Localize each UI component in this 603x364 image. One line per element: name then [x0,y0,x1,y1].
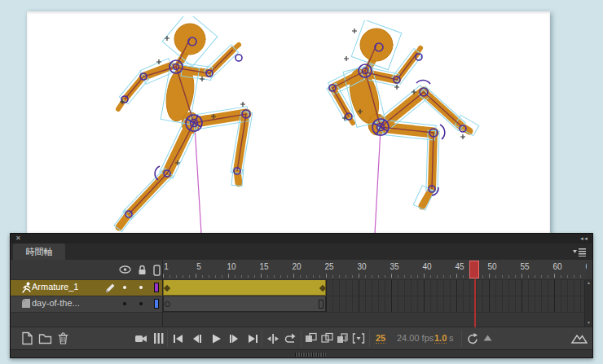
ruler-label: 50 [487,262,496,271]
column-divider[interactable] [162,260,163,327]
goto-first-frame-button[interactable] [171,331,185,345]
reset-timeline-zoom-button[interactable] [465,331,480,346]
frame-ruler[interactable]: 15101520253035404550556065 [163,260,587,279]
panel-menu-icon[interactable] [573,248,586,257]
scroll-down-icon[interactable]: ▼ [585,319,592,327]
loop-playback-button[interactable] [284,331,298,345]
layer-name: day-of-the... [32,298,80,308]
layer-header [11,260,163,279]
layer-row-armature[interactable]: Armature_1 [11,279,163,296]
frames-row-armature[interactable] [163,279,584,296]
outline-color-icon[interactable] [153,265,161,276]
ruler-label: 30 [357,262,366,271]
ruler-label: 20 [292,262,301,271]
ruler-label: 15 [259,262,268,271]
camera-button[interactable] [134,331,148,345]
figure-body-right[interactable] [332,29,469,206]
frames-row-symbol[interactable] [163,296,584,312]
span-end-marker[interactable] [319,300,324,309]
layer-lock-dot[interactable] [139,286,143,289]
ruler-label: 60 [552,262,561,271]
new-layer-button[interactable] [20,331,34,345]
armature-pose-span[interactable] [163,279,326,296]
tab-timeline[interactable]: 時間軸 [13,243,65,260]
ruler-label: 25 [324,262,333,271]
ik-pin-line [195,126,201,234]
running-man-icon [21,282,32,293]
ruler-label: 35 [390,262,398,271]
panel-bottom-strip [11,349,592,357]
goto-last-frame-button[interactable] [246,331,260,345]
playhead-line[interactable] [474,279,476,327]
lock-icon[interactable] [137,265,147,275]
toolbar-separator [301,330,302,347]
play-button[interactable] [209,331,222,345]
ruler-label: 65 [585,262,587,271]
close-icon[interactable]: ✕ [15,234,21,243]
center-frame-button[interactable] [266,331,280,345]
playhead-marker[interactable] [469,261,479,278]
ruler-label: 45 [455,262,464,271]
ruler-label: 40 [422,262,431,271]
panel-drag-bar[interactable]: ✕ ◄◄ [11,234,592,243]
edit-multiple-frames-button[interactable] [336,331,350,345]
onion-skin-button[interactable] [304,331,318,345]
keyframe-diamond[interactable] [319,285,326,292]
armature-figure-left[interactable] [106,16,253,236]
layer-depth-icon[interactable] [152,331,165,345]
ruler-label: 10 [227,262,235,271]
frame-ticks-major [163,274,587,278]
elapsed-time-unit: s [449,333,454,343]
keyframe-diamond[interactable] [164,285,170,292]
timeline-toolbar: 25 24.00 fps 1.0 s [11,327,592,349]
onion-skin-outlines-button[interactable] [320,331,334,345]
current-frame-field[interactable]: 25 [376,333,385,344]
modify-onion-markers-button[interactable] [351,331,366,345]
static-frame-span[interactable] [163,296,326,312]
elapsed-time-field[interactable]: 1.0 [434,333,447,344]
scroll-up-icon[interactable]: ▲ [585,279,592,287]
frame-grid-empty [163,312,584,327]
row-divider [11,279,592,280]
flash-workspace: { "panel": { "tab_label": "時間軸", "close_… [0,0,603,364]
toolbar-separator [167,330,168,347]
symbol-layer-icon [21,298,31,309]
layer-outline-swatch[interactable] [154,283,159,292]
layer-visible-dot[interactable] [123,286,126,289]
layer-row-symbol[interactable]: day-of-the... [11,296,163,312]
stage-canvas[interactable] [27,11,550,234]
empty-keyframe-circle[interactable] [165,301,170,307]
panel-resize-grip[interactable] [295,353,326,357]
armature-figure-right[interactable] [318,20,481,236]
layer-outline-swatch[interactable] [154,299,159,309]
timeline-panel: ✕ ◄◄ 時間軸 15101520253035404550556065 [10,233,593,358]
delete-layer-button[interactable] [56,331,70,345]
editing-pencil-icon [105,283,116,293]
zoom-in-mountains-icon[interactable] [571,331,588,345]
layer-scrollbar[interactable]: ▲ ▼ [585,279,592,327]
row-divider [11,296,592,296]
ruler-label: 55 [520,262,529,271]
ik-pin-line [375,129,381,234]
toolbar-separator [369,330,370,347]
toolbar-separator [262,330,262,347]
layer-name: Armature_1 [32,282,78,292]
step-back-button[interactable] [190,331,204,345]
row-divider [11,312,592,313]
bone-joints-left[interactable] [121,37,253,217]
panel-tab-row: 時間軸 [11,243,592,260]
ruler-label: 1 [164,262,169,271]
new-folder-button[interactable] [38,331,52,345]
layer-visible-dot[interactable] [123,302,126,305]
layer-lock-dot[interactable] [139,302,143,305]
ruler-label: 5 [196,262,201,271]
frame-rate-label[interactable]: 24.00 fps [397,333,434,343]
zoom-out-triangle-icon[interactable] [483,335,492,341]
toolbar-separator [461,330,462,347]
visibility-eye-icon[interactable] [119,265,131,274]
collapse-panel-icon[interactable]: ◄◄ [579,234,588,243]
step-forward-button[interactable] [227,331,241,345]
